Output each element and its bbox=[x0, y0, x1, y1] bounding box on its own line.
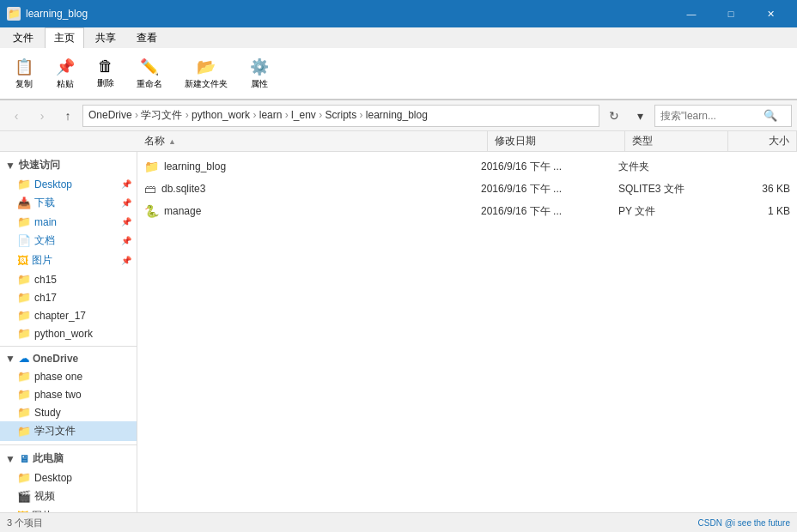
folder-icon: 📁 bbox=[17, 406, 31, 419]
sidebar-section-quick-access[interactable]: ▼ 快速访问 bbox=[0, 155, 137, 175]
folder-icon: 📁 bbox=[17, 178, 31, 190]
sidebar-item-ch17[interactable]: 📁 ch17 bbox=[0, 288, 137, 306]
sidebar-item-ch15[interactable]: 📁 ch15 bbox=[0, 270, 137, 288]
nav-up-button[interactable]: ↑ bbox=[57, 105, 79, 127]
sidebar-item-computer-pictures[interactable]: 🖼 图片 bbox=[0, 506, 137, 512]
file-name: learning_blog bbox=[164, 160, 481, 172]
sidebar-item-study[interactable]: 📁 Study bbox=[0, 403, 137, 421]
content-row: ▼ 快速访问 📁 Desktop 📌 📥 下载 📌 📁 main 📌 📄 文档 bbox=[0, 152, 797, 512]
sidebar-item-python-work[interactable]: 📁 python_work bbox=[0, 324, 137, 342]
ribbon-tabs: 文件 主页 共享 查看 bbox=[0, 27, 797, 48]
ribbon: 文件 主页 共享 查看 📋 复制 📌 粘贴 🗑 删除 ✏️ 重命名 📂 新建文件… bbox=[0, 27, 797, 100]
pin-icon: 📌 bbox=[121, 256, 131, 265]
ribbon-btn-paste[interactable]: 📌 粘贴 bbox=[48, 53, 82, 94]
close-button[interactable]: ✕ bbox=[751, 0, 790, 27]
copy-icon: 📋 bbox=[15, 57, 33, 76]
tab-share[interactable]: 共享 bbox=[86, 27, 125, 48]
properties-icon: ⚙️ bbox=[250, 57, 269, 76]
col-header-name[interactable]: 名称 ▲ bbox=[137, 131, 488, 151]
sidebar-sep-1 bbox=[0, 346, 137, 347]
file-date: 2016/9/16 下午 ... bbox=[481, 160, 618, 174]
table-row[interactable]: 📁 learning_blog 2016/9/16 下午 ... 文件夹 bbox=[137, 155, 797, 178]
col-header-type[interactable]: 类型 bbox=[625, 131, 728, 151]
nav-forward-button[interactable]: › bbox=[31, 105, 53, 127]
py-file-icon: 🐍 bbox=[144, 204, 159, 218]
onedrive-icon: ☁ bbox=[19, 353, 29, 365]
sidebar-item-computer-desktop[interactable]: 📁 Desktop bbox=[0, 469, 137, 487]
quick-access-label: 快速访问 bbox=[19, 158, 60, 172]
expand-icon: ▼ bbox=[5, 160, 15, 172]
folder-icon: 📁 bbox=[17, 370, 31, 383]
main-body: 名称 ▲ 修改日期 类型 大小 ▼ 快速访问 📁 Desktop 📌 📥 下载 bbox=[0, 131, 797, 512]
ribbon-btn-delete[interactable]: 🗑 删除 bbox=[89, 53, 122, 94]
file-type: PY 文件 bbox=[618, 204, 721, 219]
refresh-button[interactable]: ↻ bbox=[603, 105, 625, 127]
watermark: CSDN @i see the future bbox=[698, 518, 790, 528]
sidebar-item-chapter17[interactable]: 📁 chapter_17 bbox=[0, 306, 137, 324]
minimize-button[interactable]: — bbox=[672, 0, 711, 27]
title-bar-icons: 📁 bbox=[7, 7, 21, 21]
maximize-button[interactable]: □ bbox=[711, 0, 751, 27]
tab-view[interactable]: 查看 bbox=[127, 27, 167, 48]
sidebar-item-desktop[interactable]: 📁 Desktop 📌 bbox=[0, 175, 137, 193]
folder-icon: 📁 bbox=[17, 471, 31, 484]
table-row[interactable]: 🐍 manage 2016/9/16 下午 ... PY 文件 1 KB bbox=[137, 200, 797, 222]
sidebar-item-main[interactable]: 📁 main 📌 bbox=[0, 213, 137, 231]
sidebar-item-phase-one[interactable]: 📁 phase one bbox=[0, 367, 137, 385]
search-input[interactable] bbox=[660, 110, 764, 122]
db-file-icon: 🗃 bbox=[144, 182, 156, 196]
pin-icon: 📌 bbox=[121, 179, 131, 189]
ribbon-btn-copy[interactable]: 📋 复制 bbox=[7, 53, 41, 94]
ribbon-btn-rename[interactable]: ✏️ 重命名 bbox=[129, 53, 170, 94]
tab-file[interactable]: 文件 bbox=[3, 27, 43, 48]
item-count: 3 个项目 bbox=[7, 517, 43, 529]
nav-dropdown-button[interactable]: ▾ bbox=[629, 105, 651, 127]
sidebar-section-computer[interactable]: ▼ 🖥 此电脑 bbox=[0, 449, 137, 469]
content-area: 📁 learning_blog 2016/9/16 下午 ... 文件夹 🗃 d… bbox=[137, 152, 797, 512]
paste-icon: 📌 bbox=[56, 57, 75, 76]
sidebar: ▼ 快速访问 📁 Desktop 📌 📥 下载 📌 📁 main 📌 📄 文档 bbox=[0, 152, 137, 512]
file-size: 36 KB bbox=[721, 183, 790, 195]
ribbon-btn-new-folder[interactable]: 📂 新建文件夹 bbox=[177, 53, 235, 94]
sidebar-sep-2 bbox=[0, 444, 137, 445]
col-headers-content: 名称 ▲ 修改日期 类型 大小 bbox=[137, 131, 797, 151]
sidebar-item-downloads[interactable]: 📥 下载 📌 bbox=[0, 193, 137, 213]
table-row[interactable]: 🗃 db.sqlite3 2016/9/16 下午 ... SQLITE3 文件… bbox=[137, 178, 797, 200]
sidebar-item-xuexiwenjian[interactable]: 📁 学习文件 bbox=[0, 421, 137, 441]
col-header-date[interactable]: 修改日期 bbox=[488, 131, 625, 151]
rename-icon: ✏️ bbox=[140, 57, 159, 76]
search-box[interactable]: 🔍 bbox=[654, 105, 792, 127]
sidebar-item-pictures[interactable]: 🖼 图片 📌 bbox=[0, 251, 137, 270]
app-icon: 📁 bbox=[7, 7, 21, 21]
sort-indicator: ▲ bbox=[168, 137, 176, 146]
sidebar-section-onedrive[interactable]: ▼ ☁ OneDrive bbox=[0, 350, 137, 367]
sidebar-item-documents[interactable]: 📄 文档 📌 bbox=[0, 231, 137, 251]
folder-icon: 📁 bbox=[17, 215, 31, 228]
nav-back-button[interactable]: ‹ bbox=[5, 105, 27, 127]
ribbon-btn-properties[interactable]: ⚙️ 属性 bbox=[242, 53, 277, 94]
folder-icon: 📁 bbox=[17, 309, 31, 322]
folder-icon: 📄 bbox=[17, 234, 31, 247]
folder-icon: 📥 bbox=[17, 196, 31, 209]
address-box[interactable]: OneDrive › 学习文件 › python_work › learn › … bbox=[82, 105, 599, 127]
pin-icon: 📌 bbox=[121, 198, 131, 208]
folder-icon: 📁 bbox=[17, 388, 31, 401]
folder-icon: 📁 bbox=[17, 327, 31, 340]
address-bar-area: ‹ › ↑ OneDrive › 学习文件 › python_work › le… bbox=[0, 100, 797, 131]
file-name: db.sqlite3 bbox=[161, 183, 481, 195]
file-type: 文件夹 bbox=[618, 160, 721, 174]
onedrive-label: OneDrive bbox=[33, 353, 78, 365]
title-bar: 📁 learning_blog — □ ✕ bbox=[0, 0, 797, 27]
ribbon-content: 📋 复制 📌 粘贴 🗑 删除 ✏️ 重命名 📂 新建文件夹 ⚙️ 属性 bbox=[0, 48, 797, 100]
window-title: learning_blog bbox=[26, 8, 672, 20]
window-controls: — □ ✕ bbox=[672, 0, 790, 27]
pin-icon: 📌 bbox=[121, 217, 131, 227]
file-type: SQLITE3 文件 bbox=[618, 182, 721, 196]
pin-icon: 📌 bbox=[121, 236, 131, 245]
folder-icon: 📁 bbox=[17, 291, 31, 304]
sidebar-item-videos[interactable]: 🎬 视频 bbox=[0, 487, 137, 506]
col-header-size[interactable]: 大小 bbox=[728, 131, 797, 151]
tab-home[interactable]: 主页 bbox=[45, 27, 84, 48]
column-headers: 名称 ▲ 修改日期 类型 大小 bbox=[0, 131, 797, 152]
sidebar-item-phase-two[interactable]: 📁 phase two bbox=[0, 385, 137, 403]
